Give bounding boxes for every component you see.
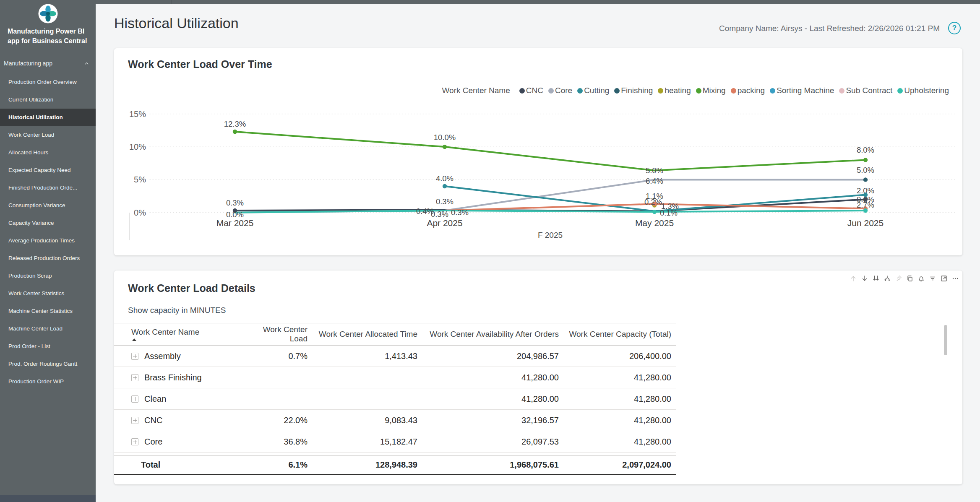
filter-icon[interactable] (929, 275, 936, 282)
sidebar-item-production-order-wip[interactable]: Production Order WIP (0, 373, 96, 390)
column-header-work-center-load[interactable]: Work Center Load (245, 325, 308, 343)
sidebar-item-machine-center-load[interactable]: Machine Center Load (0, 320, 96, 338)
sidebar-bottom-bar (0, 495, 96, 502)
company-info: Company Name: Airsys - Last Refreshed: 2… (719, 24, 940, 33)
copy-icon[interactable] (906, 275, 914, 282)
double-arrow-down-icon[interactable] (872, 275, 880, 282)
x-tick-label: Mar 2025 (216, 218, 254, 228)
data-label: 12.3% (224, 120, 246, 128)
total-load-cell: 6.1% (245, 460, 308, 470)
table-scrollbar[interactable] (944, 325, 947, 355)
column-header-label: Work Center Allocated Time (319, 330, 417, 338)
alert-icon[interactable] (917, 275, 925, 282)
sidebar-section-header[interactable]: Manufacturing app (0, 60, 96, 67)
total-capacity-cell: 2,097,024.00 (559, 460, 671, 470)
table-header-row: Work Center NameWork Center LoadWork Cen… (114, 323, 676, 346)
data-label: 8.0% (857, 146, 874, 154)
sidebar-item-allocated-hours[interactable]: Allocated Hours (0, 144, 96, 161)
data-label: 0.3% (431, 210, 448, 218)
table-title: Work Center Load Details (128, 282, 255, 294)
total-allocated-cell: 128,948.39 (308, 460, 417, 470)
page-title: Historical Utilization (114, 15, 239, 31)
data-label: 0.0% (226, 210, 244, 219)
work-center-name-cell: Core (131, 437, 245, 447)
sidebar-item-machine-center-statistics[interactable]: Machine Center Statistics (0, 302, 96, 320)
work-center-name: Brass Finishing (144, 373, 202, 382)
sidebar-item-average-production-times[interactable]: Average Production Times (0, 232, 96, 250)
sidebar-item-capacity-variance[interactable]: Capacity Variance (0, 214, 96, 232)
sidebar-item-consumption-variance[interactable]: Consumption Variance (0, 197, 96, 214)
allocated-time-cell: 1,413.43 (308, 351, 417, 361)
arrow-down-icon[interactable] (861, 275, 868, 282)
capacity-cell: 41,280.00 (559, 373, 671, 382)
sidebar-item-production-scrap[interactable]: Production Scrap (0, 267, 96, 285)
work-center-name: Assembly (144, 351, 181, 361)
work-center-name-cell: Assembly (131, 351, 245, 361)
data-point-mixing[interactable] (443, 145, 447, 149)
total-label: Total (131, 460, 245, 470)
data-label: 5.0% (646, 166, 663, 175)
data-point-finishing[interactable] (863, 177, 868, 182)
y-tick-label: 5% (134, 175, 146, 184)
table-row-clean: Clean41,280.0041,280.00 (114, 388, 676, 410)
expand-icon[interactable] (131, 353, 138, 360)
column-header-label: Work Center Availability After Orders (430, 330, 559, 338)
data-label: 0.3% (451, 208, 469, 217)
series-line-mixing[interactable] (235, 132, 865, 171)
table-total-row: Total6.1%128,948.391,968,075.612,097,024… (114, 455, 676, 475)
arrow-up-icon (850, 275, 857, 282)
sidebar-item-released-production-orders[interactable]: Released Production Orders (0, 250, 96, 267)
column-header-work-center-availability-after-orders[interactable]: Work Center Availability After Orders (417, 330, 559, 339)
strip-divider (249, 0, 249, 4)
column-header-label: Work Center Capacity (Total) (569, 330, 671, 338)
data-point-cutting[interactable] (443, 184, 447, 188)
data-label: 10.0% (434, 133, 456, 142)
sidebar-item-finished-production-orde[interactable]: Finished Production Orde... (0, 179, 96, 197)
sidebar-item-prod-order-list[interactable]: Prod Order - List (0, 338, 96, 355)
y-tick-label: 10% (129, 142, 146, 151)
column-header-work-center-name[interactable]: Work Center Name (131, 328, 245, 341)
sidebar-item-prod-order-routings-gantt[interactable]: Prod. Order Routings Gantt (0, 355, 96, 373)
data-point-upholstering[interactable] (652, 210, 657, 214)
more-options-icon[interactable] (951, 275, 959, 282)
strip-divider (172, 0, 172, 4)
sidebar-item-historical-utilization[interactable]: Historical Utilization (0, 109, 96, 126)
app-logo-icon (38, 4, 58, 23)
y-tick-label: 15% (129, 109, 146, 119)
data-point-mixing[interactable] (863, 158, 868, 162)
expand-next-level-icon[interactable] (884, 275, 891, 282)
column-header-work-center-capacity-total[interactable]: Work Center Capacity (Total) (559, 330, 671, 339)
data-label: 6.4% (646, 177, 663, 185)
sidebar-item-production-order-overview[interactable]: Production Order Overview (0, 73, 96, 91)
focus-mode-icon[interactable] (940, 275, 948, 282)
total-availability-cell: 1,968,075.61 (417, 460, 559, 470)
x-tick-label: May 2025 (635, 218, 674, 228)
column-header-work-center-allocated-time[interactable]: Work Center Allocated Time (308, 330, 417, 339)
expand-icon[interactable] (131, 438, 138, 445)
capacity-cell: 41,280.00 (559, 394, 671, 404)
expand-icon[interactable] (131, 417, 138, 424)
load-cell: 0.7% (245, 351, 308, 361)
chart-card: Work Center Load Over Time Work Center N… (114, 48, 962, 255)
capacity-toggle-button[interactable]: Show capacity in MINUTES (128, 306, 226, 315)
work-center-name-cell: Brass Finishing (131, 373, 245, 382)
work-center-name: Core (144, 437, 162, 447)
data-label: 0.1% (660, 208, 678, 217)
series-line-upholstering[interactable] (235, 211, 865, 213)
help-icon[interactable]: ? (948, 22, 961, 34)
expand-icon[interactable] (131, 374, 138, 381)
expand-icon[interactable] (131, 395, 138, 403)
capacity-cell: 206,400.00 (559, 351, 671, 361)
data-point-mixing[interactable] (233, 130, 237, 134)
visual-toolbar (850, 275, 959, 282)
x-axis-title: F 2025 (538, 231, 563, 239)
sidebar-item-current-utilization[interactable]: Current Utilization (0, 91, 96, 109)
sidebar-item-expected-capacity-need[interactable]: Expected Capacity Need (0, 161, 96, 179)
work-center-table: Work Center NameWork Center LoadWork Cen… (114, 323, 676, 475)
sidebar-item-work-center-statistics[interactable]: Work Center Statistics (0, 285, 96, 302)
data-label: 4.0% (436, 174, 454, 183)
sidebar-item-work-center-load[interactable]: Work Center Load (0, 126, 96, 144)
availability-cell: 26,097.53 (417, 437, 559, 447)
series-line-cnc[interactable] (235, 199, 865, 211)
capacity-cell: 41,280.00 (559, 437, 671, 447)
